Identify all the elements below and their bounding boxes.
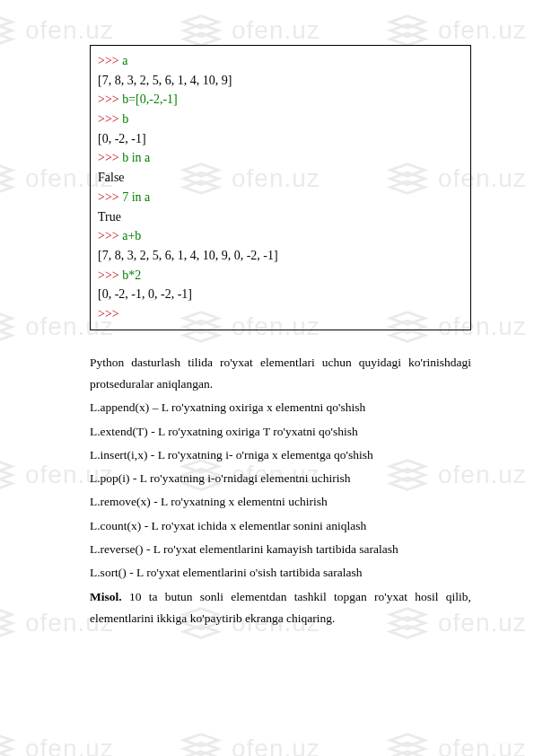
- paragraph: L.pop(i) - L ro'yxatning i-o'rnidagi ele…: [90, 468, 471, 489]
- code-output: [7, 8, 3, 2, 5, 6, 1, 4, 10, 9, 0, -2, -…: [98, 246, 463, 266]
- paragraph: L.reverse() - L ro'yxat elementlarini ka…: [90, 539, 471, 560]
- prompt: >>>: [98, 268, 119, 282]
- prompt: >>>: [98, 307, 119, 321]
- code-line: >>> b in a: [98, 148, 463, 168]
- command: b in a: [119, 151, 151, 164]
- body-text: Python dasturlash tilida ro'yxat element…: [90, 352, 471, 630]
- code-output: [7, 8, 3, 2, 5, 6, 1, 4, 10, 9]: [98, 71, 463, 91]
- page-content: >>> a [7, 8, 3, 2, 5, 6, 1, 4, 10, 9] >>…: [0, 0, 534, 667]
- stack-icon: [179, 727, 223, 756]
- paragraph: Misol. 10 ta butun sonli elementdan tash…: [90, 586, 471, 630]
- code-output: [0, -2, -1]: [98, 129, 463, 149]
- code-line: >>> b*2: [98, 266, 463, 286]
- paragraph: L.insert(i,x) - L ro'yxatning i- o'rniga…: [90, 444, 471, 466]
- command: b*2: [119, 268, 142, 282]
- command: a: [119, 54, 128, 67]
- stack-icon: [386, 727, 429, 756]
- code-line: >>> a+b: [98, 226, 463, 246]
- paragraph: L.remove(x) - L ro'yxatning x elementni …: [90, 491, 471, 513]
- prompt: >>>: [98, 54, 119, 67]
- command: 7 in a: [119, 190, 151, 204]
- paragraph: L.sort() - L ro'yxat elementlarini o'sis…: [90, 562, 471, 584]
- example-text: 10 ta butun sonli elementdan tashkil top…: [90, 590, 471, 625]
- example-label-bold: Misol.: [90, 590, 122, 603]
- code-output: [0, -2, -1, 0, -2, -1]: [98, 285, 463, 304]
- prompt: >>>: [98, 92, 119, 106]
- code-line: >>>: [98, 304, 463, 324]
- code-output: False: [98, 168, 463, 188]
- code-box: >>> a [7, 8, 3, 2, 5, 6, 1, 4, 10, 9] >>…: [90, 45, 471, 330]
- code-line: >>> 7 in a: [98, 188, 463, 207]
- code-line: >>> b=[0,-2,-1]: [98, 90, 463, 110]
- paragraph: L.count(x) - L ro'yxat ichida x elementl…: [90, 515, 471, 537]
- code-output: True: [98, 207, 463, 227]
- stack-icon: [0, 727, 16, 756]
- paragraph: Python dasturlash tilida ro'yxat element…: [90, 352, 471, 396]
- code-line: >>> a: [98, 51, 463, 71]
- paragraph: L.extend(T) - L ro'yxatning oxiriga T ro…: [90, 421, 471, 443]
- prompt: >>>: [98, 112, 119, 126]
- watermark-text: ofen.uz: [232, 734, 320, 756]
- paragraph: L.append(x) – L ro'yxatning oxiriga x el…: [90, 397, 471, 418]
- prompt: >>>: [98, 151, 119, 164]
- command: b=[0,-2,-1]: [119, 92, 178, 106]
- command: b: [119, 112, 129, 126]
- code-line: >>> b: [98, 110, 463, 129]
- watermark-text: ofen.uz: [438, 734, 527, 756]
- prompt: >>>: [98, 229, 119, 242]
- prompt: >>>: [98, 190, 119, 204]
- watermark-text: ofen.uz: [25, 734, 114, 756]
- command: a+b: [119, 229, 142, 242]
